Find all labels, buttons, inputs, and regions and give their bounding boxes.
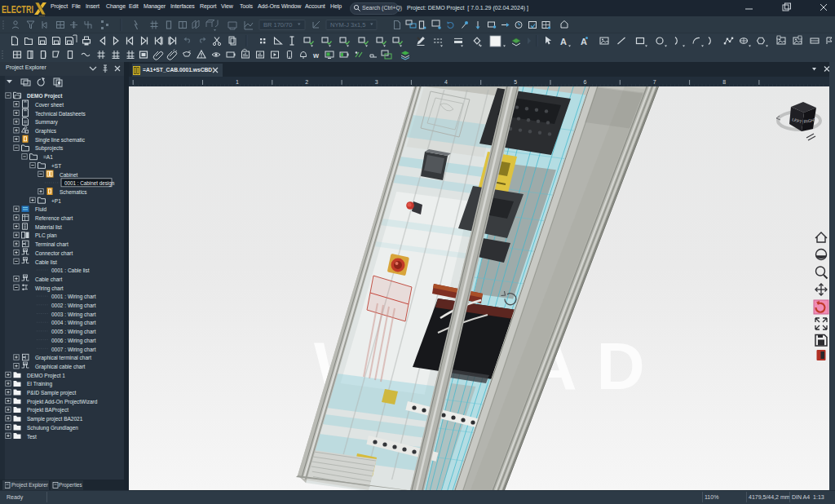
svg-text:0003 : Wiring chart: 0003 : Wiring chart (51, 312, 96, 318)
svg-text:7: 7 (653, 79, 656, 85)
svg-text:0006 : Wiring chart: 0006 : Wiring chart (51, 338, 96, 344)
svg-text:0007 : Wiring chart: 0007 : Wiring chart (51, 347, 96, 353)
svg-text:Subprojects: Subprojects (35, 145, 64, 152)
svg-text:0002 : Wiring chart: 0002 : Wiring chart (51, 303, 96, 309)
svg-text:4: 4 (444, 79, 448, 85)
svg-text:Graphical cable chart: Graphical cable chart (35, 364, 86, 370)
svg-text:Terminal chart: Terminal chart (35, 241, 68, 247)
svg-text:PLC plan: PLC plan (35, 232, 57, 239)
svg-text:1: 1 (236, 79, 239, 85)
svg-text:A: A (560, 37, 567, 46)
svg-text:Schulung Grundlagen: Schulung Grundlagen (27, 425, 78, 431)
svg-text:DEMO Project: DEMO Project (27, 93, 63, 99)
svg-text:+P1: +P1 (51, 198, 61, 204)
svg-text:Schematics: Schematics (60, 189, 87, 195)
svg-text:Graphics: Graphics (35, 128, 57, 135)
svg-text:Connector chart: Connector chart (35, 250, 73, 256)
svg-text:Cable list: Cable list (35, 259, 57, 265)
svg-text:DEMO Project 1: DEMO Project 1 (27, 373, 65, 379)
svg-text:Sample project BA2021: Sample project BA2021 (27, 416, 83, 422)
svg-text:ELECTRI: ELECTRI (2, 3, 33, 15)
svg-text:6: 6 (584, 79, 587, 85)
svg-text:0001 : Wiring chart: 0001 : Wiring chart (51, 294, 96, 300)
svg-text:Reference chart: Reference chart (35, 215, 73, 221)
svg-text:RIGHT: RIGHT (803, 117, 816, 124)
svg-text:Summary: Summary (35, 119, 59, 126)
svg-text:w: w (312, 51, 320, 60)
svg-text:Technical Datasheets: Technical Datasheets (35, 111, 86, 117)
svg-text:Fluid: Fluid (35, 206, 46, 212)
svg-text:Projekt BAProject: Projekt BAProject (27, 407, 68, 413)
svg-text:Projekt Add-On ProjectWizard: Projekt Add-On ProjectWizard (27, 399, 98, 405)
svg-text:Wiring chart: Wiring chart (35, 285, 64, 292)
svg-text:Graphical terminal chart: Graphical terminal chart (35, 355, 91, 361)
svg-text:0001 : Cable list: 0001 : Cable list (51, 267, 90, 273)
svg-text:Cable chart: Cable chart (35, 276, 62, 282)
svg-text:NYM-J 3x1,5: NYM-J 3x1,5 (330, 21, 365, 29)
svg-text:Cabinet: Cabinet (60, 172, 78, 178)
svg-text:2: 2 (305, 79, 308, 85)
svg-text:Single line schematic: Single line schematic (35, 137, 86, 144)
svg-text:0005 : Wiring chart: 0005 : Wiring chart (51, 329, 96, 335)
svg-text:0004 : Wiring chart: 0004 : Wiring chart (51, 320, 96, 326)
svg-text:Material list: Material list (35, 224, 62, 230)
svg-text:5: 5 (514, 79, 517, 85)
svg-text:BR 170/70: BR 170/70 (263, 21, 292, 29)
svg-text:Test: Test (27, 434, 37, 440)
svg-text:P&ID Sample project: P&ID Sample project (27, 390, 77, 396)
svg-text:+ST: +ST (51, 163, 61, 169)
svg-text:=A1: =A1 (43, 154, 53, 160)
svg-text:Cover sheet: Cover sheet (35, 102, 64, 108)
svg-text:0001 : Cabinet design: 0001 : Cabinet design (64, 180, 115, 187)
svg-text:8: 8 (722, 79, 726, 85)
svg-text:EI Training: EI Training (27, 381, 52, 387)
svg-text:3: 3 (375, 79, 378, 85)
